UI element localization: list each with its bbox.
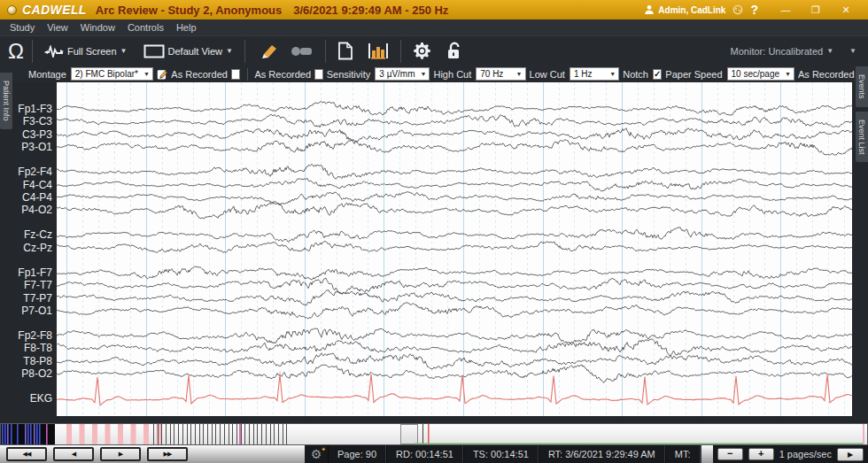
marker-time: MT: — [665, 445, 701, 463]
speed-decrease-button[interactable]: − — [717, 448, 743, 460]
channel-label: F4-C4 — [0, 179, 52, 191]
menu-controls[interactable]: Controls — [121, 20, 170, 35]
impedance-omega-button[interactable]: Ω — [8, 38, 24, 65]
restore-button[interactable]: ❐ — [801, 4, 831, 16]
eeg-trace-area[interactable] — [57, 82, 852, 416]
toolbar-separator — [325, 40, 326, 63]
as-recorded-montage-label: As Recorded — [171, 69, 228, 80]
menu-help[interactable]: Help — [170, 20, 203, 35]
paper-speed-label: Paper Speed — [665, 69, 722, 80]
histogram-icon — [368, 42, 389, 60]
monitor-dropdown[interactable]: Monitor: Uncalibrated — [731, 46, 824, 57]
default-view-dropdown[interactable]: Default View ▼ — [140, 42, 236, 60]
channel-label: C4-P4 — [0, 191, 52, 204]
window-title: Arc Review - Study 2, Anonymous — [96, 4, 282, 17]
sensitivity-select[interactable]: 3 µV/mm ▼ — [375, 67, 430, 81]
as-recorded-montage-checkbox[interactable] — [231, 69, 240, 80]
sensitivity-label: Sensitivity — [327, 69, 371, 80]
menu-bar: Study View Window Controls Help — [0, 19, 868, 35]
notch-checkbox[interactable]: ✓ — [653, 69, 662, 80]
app-icon — [7, 5, 17, 15]
toolbar-separator — [32, 40, 33, 63]
close-button[interactable]: ✕ — [831, 4, 861, 16]
record-duration: RD: 00:14:51 — [386, 445, 463, 463]
channel-label: F7-T7 — [0, 279, 52, 291]
chevron-down-icon: ▼ — [421, 71, 427, 77]
channel-label: Fp1-F3 — [0, 103, 52, 115]
window-title-time: 3/6/2021 9:29:49 AM - 250 Hz — [293, 4, 448, 17]
minimize-button[interactable]: — — [771, 4, 801, 15]
page-nav-strip: ◀◀ ◀ ▶ ▶▶ — [0, 445, 305, 463]
status-settings-button[interactable]: ⚙ ✦ — [305, 445, 328, 463]
record-time: RT: 3/6/2021 9:29:49 AM — [539, 445, 665, 463]
toolbar: Ω Full Screen ▼ Default View ▼ — [0, 35, 868, 66]
play-button[interactable]: ▶ — [837, 448, 864, 461]
status-filler-strip — [701, 445, 713, 463]
chevron-down-icon: ▼ — [143, 71, 150, 77]
toolbar-separator — [244, 40, 245, 63]
first-page-button[interactable]: ◀◀ — [6, 447, 47, 461]
window-layout-icon — [143, 44, 165, 58]
highlighter-icon — [257, 42, 278, 60]
channel-label: F3-C3 — [0, 115, 52, 127]
trends-button[interactable] — [364, 40, 392, 62]
full-screen-dropdown[interactable]: Full Screen ▼ — [41, 43, 131, 59]
previous-page-button[interactable]: ◀ — [53, 447, 94, 461]
overview-timeline — [0, 423, 868, 445]
as-recorded-trend-label: As Recorded — [798, 69, 855, 80]
menu-view[interactable]: View — [41, 20, 74, 35]
channel-label: Fp2-F4 — [0, 166, 52, 178]
channel-label: Cz-Pz — [0, 242, 52, 254]
channel-label: EKG — [0, 392, 52, 405]
chevron-down-icon: ▼ — [785, 71, 791, 77]
high-cut-select[interactable]: 70 Hz ▼ — [476, 67, 525, 81]
tab-event-list[interactable]: Event List — [856, 112, 868, 163]
next-page-button[interactable]: ▶ — [100, 447, 141, 461]
cadlink-sync-icon[interactable] — [732, 4, 743, 15]
paper-speed-select[interactable]: 10 sec/page ▼ — [727, 67, 794, 81]
menu-window[interactable]: Window — [74, 20, 121, 35]
montage-select[interactable]: 2) FMC Bipolar* ▼ — [71, 67, 153, 81]
low-cut-label: Low Cut — [530, 69, 565, 80]
montage-edit-icon[interactable] — [157, 67, 167, 81]
channel-label: Fp1-F7 — [0, 266, 52, 279]
title-bar: CADWELL Arc Review - Study 2, Anonymous … — [0, 0, 868, 19]
status-bar: ◀◀ ◀ ▶ ▶▶ ⚙ ✦ Page: 90 RD: 00:14:51 TS: … — [0, 445, 868, 463]
menu-study[interactable]: Study — [4, 20, 41, 35]
as-recorded-sensitivity-label: As Recorded — [254, 69, 311, 80]
document-icon — [337, 42, 353, 60]
new-report-button[interactable] — [334, 40, 357, 62]
video-button[interactable] — [287, 42, 317, 60]
speed-increase-button[interactable]: + — [748, 448, 774, 460]
as-recorded-sensitivity-checkbox[interactable] — [314, 69, 323, 80]
video-camera-icon — [291, 44, 314, 58]
chevron-down-icon: ▼ — [226, 47, 233, 55]
low-cut-select[interactable]: 1 Hz ▼ — [570, 67, 619, 81]
chevron-down-icon: ▼ — [120, 47, 128, 55]
timestamp: TS: 00:14:51 — [463, 445, 539, 463]
settings-button[interactable] — [409, 40, 435, 62]
toolbar-overflow-chevron[interactable]: ▼ — [849, 47, 856, 55]
channel-label: P8-O2 — [0, 367, 52, 380]
chevron-down-icon[interactable]: ▼ — [826, 47, 833, 55]
channel-label: P4-O2 — [0, 204, 52, 216]
channel-label: T7-P7 — [0, 292, 52, 305]
lock-button[interactable] — [442, 40, 467, 62]
highlighter-button[interactable] — [253, 41, 282, 62]
waveform-icon — [44, 45, 64, 58]
settings-bar: Montage 2) FMC Bipolar* ▼ As Recorded As… — [0, 66, 868, 82]
channel-label: P7-O1 — [0, 305, 52, 317]
montage-label: Montage — [28, 69, 66, 80]
notch-label: Notch — [623, 69, 648, 80]
timeline-scrollbar[interactable] — [0, 423, 868, 445]
user-icon — [644, 4, 655, 15]
user-name[interactable]: Admin, CadLink — [658, 5, 725, 15]
chevron-down-icon: ▼ — [609, 71, 616, 77]
tab-events[interactable]: Events — [856, 66, 868, 107]
last-page-button[interactable]: ▶▶ — [147, 447, 188, 461]
help-button[interactable]: ? — [750, 3, 758, 17]
channel-label: P3-O1 — [0, 141, 52, 153]
spark-icon: ✦ — [321, 446, 326, 453]
toolbar-separator — [400, 40, 401, 63]
channel-label: F8-T8 — [0, 342, 52, 354]
